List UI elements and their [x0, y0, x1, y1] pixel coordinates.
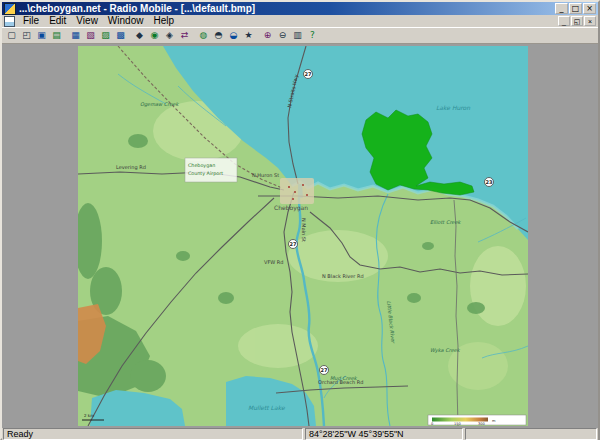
road-label: N Black River Rd: [322, 273, 364, 279]
creek-label: Ogemaw Creek: [140, 101, 179, 108]
svg-text:27: 27: [305, 71, 312, 77]
best-sites-icon[interactable]: ★: [241, 29, 256, 42]
map-client-area: 27 23 27 27 Cheboygan County Airport: [2, 44, 598, 428]
svg-text:Cheboygan: Cheboygan: [188, 163, 215, 168]
road-label: N Huron St: [252, 172, 279, 178]
picture-properties-icon[interactable]: ▧: [83, 29, 98, 42]
map-canvas[interactable]: 27 23 27 27 Cheboygan County Airport: [78, 46, 528, 426]
svg-text:m: m: [492, 419, 496, 423]
menu-window[interactable]: Window: [103, 15, 149, 27]
status-coordinates: 84°28'25"W 45°39'55"N: [305, 428, 463, 440]
map-properties-icon[interactable]: ▦: [68, 29, 83, 42]
systems-properties-icon[interactable]: ◈: [162, 29, 177, 42]
map-callout: Cheboygan County Airport: [185, 158, 237, 182]
child-minimize-button[interactable]: _: [558, 16, 570, 26]
svg-text:27: 27: [321, 367, 328, 373]
window-title: ...\cheboygan.net - Radio Mobile - [...\…: [19, 2, 555, 15]
cheboygan-city-area: [280, 178, 314, 204]
open-icon[interactable]: ◰: [19, 29, 34, 42]
help-icon[interactable]: ?: [305, 29, 320, 42]
creek-label: Mud Creek: [330, 375, 358, 381]
toolbar: ▢ ◰ ▣ ▤ ▦ ▧ ▨ ▩ ◆ ◉ ◈ ⇄ ◍ ◓ ◒ ★ ⊕ ⊖ ▥ ?: [2, 27, 598, 44]
creek-label: Wyka Creek: [430, 347, 461, 354]
print-icon[interactable]: ▤: [49, 29, 64, 42]
menu-view[interactable]: View: [71, 15, 103, 27]
route-shield: 27: [320, 366, 329, 375]
route-shield: 27: [289, 240, 298, 249]
elevation-legend: 0 150 300 m: [428, 415, 526, 426]
svg-text:County Airport: County Airport: [188, 171, 223, 176]
status-message: Ready: [3, 428, 303, 440]
route-coverage-icon[interactable]: ◒: [226, 29, 241, 42]
grid-icon[interactable]: ▥: [290, 29, 305, 42]
statusbar: Ready 84°28'25"W 45°39'55"N: [2, 428, 598, 440]
status-extra-panel: [465, 428, 597, 440]
merge-pictures-icon[interactable]: ▨: [98, 29, 113, 42]
menu-edit[interactable]: Edit: [44, 15, 71, 27]
radio-link-icon[interactable]: ⇄: [177, 29, 192, 42]
svg-text:27: 27: [290, 241, 297, 247]
child-close-button[interactable]: ×: [584, 16, 596, 26]
road-label: N Main St: [301, 218, 307, 242]
maximize-button[interactable]: □: [569, 3, 582, 14]
menubar: File Edit View Window Help _ ◱ ×: [2, 15, 598, 27]
app-icon: [4, 3, 16, 15]
new-icon[interactable]: ▢: [4, 29, 19, 42]
water-label: Mullett Lake: [248, 404, 286, 411]
titlebar: ...\cheboygan.net - Radio Mobile - [...\…: [2, 2, 598, 15]
close-button[interactable]: ×: [583, 3, 596, 14]
elevation-grid-icon[interactable]: ▩: [113, 29, 128, 42]
minimize-button[interactable]: _: [555, 3, 568, 14]
menu-help[interactable]: Help: [148, 15, 179, 27]
creek-label: Elliott Creek: [430, 219, 461, 225]
svg-text:300: 300: [478, 422, 486, 426]
svg-text:23: 23: [486, 179, 493, 185]
city-label: Cheboygan: [274, 204, 308, 212]
radio-mobile-window: ...\cheboygan.net - Radio Mobile - [...\…: [0, 0, 600, 440]
network-properties-icon[interactable]: ◆: [132, 29, 147, 42]
zoom-out-icon[interactable]: ⊖: [275, 29, 290, 42]
road-label: Levering Rd: [116, 164, 146, 171]
single-coverage-icon[interactable]: ◍: [196, 29, 211, 42]
svg-text:150: 150: [454, 422, 462, 426]
svg-text:2 km: 2 km: [84, 413, 94, 418]
save-icon[interactable]: ▣: [34, 29, 49, 42]
route-shield: 23: [485, 178, 494, 187]
combined-coverage-icon[interactable]: ◓: [211, 29, 226, 42]
window-controls: _ □ ×: [555, 3, 596, 14]
water-label: Lake Huron: [436, 104, 470, 111]
unit-properties-icon[interactable]: ◉: [147, 29, 162, 42]
child-window-controls: _ ◱ ×: [558, 16, 596, 26]
child-restore-button[interactable]: ◱: [571, 16, 583, 26]
route-shield: 27: [304, 70, 313, 79]
road-label: VFW Rd: [264, 259, 283, 265]
menu-file[interactable]: File: [18, 15, 44, 27]
document-icon[interactable]: [4, 16, 15, 27]
zoom-in-icon[interactable]: ⊕: [260, 29, 275, 42]
